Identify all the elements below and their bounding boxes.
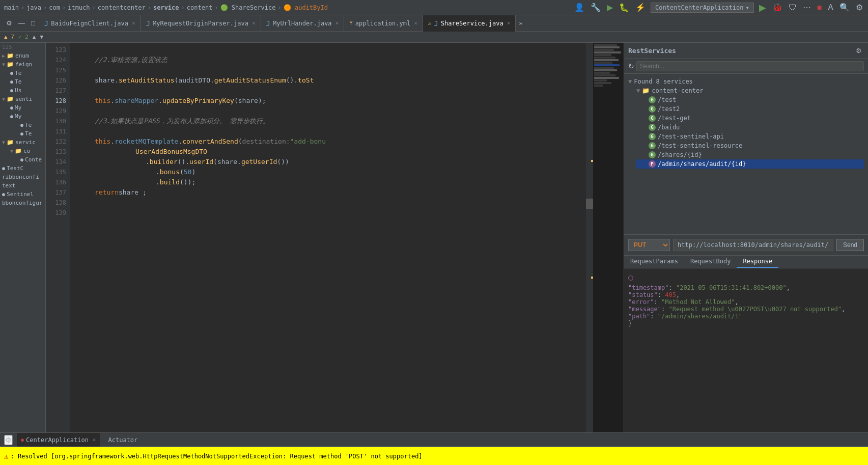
sidebar-item-senti[interactable]: ▼ 📁 senti [0, 95, 45, 103]
sidebar-label: co [23, 148, 30, 154]
sidebar-item-servic[interactable]: ▼ 📁 servic [0, 138, 45, 147]
app-name: ContentCenterApplication [655, 4, 743, 11]
sidebar-item-te4[interactable]: ● Te [0, 129, 45, 138]
nav-down[interactable]: ▼ [40, 34, 43, 40]
sidebar-item-conte[interactable]: ● Conte [0, 155, 45, 164]
tab-myurlhander[interactable]: J MyUrlHander.java × [261, 15, 345, 32]
tab-response[interactable]: Response [737, 256, 778, 268]
sidebar-item-my2[interactable]: ● My [0, 112, 45, 121]
collapse-arrow: ▼ [10, 148, 13, 154]
person-icon[interactable]: 👤 [573, 2, 585, 13]
settings-top-icon[interactable]: ⚙ [855, 2, 864, 13]
run-tab-actuator[interactable]: Actuator [104, 433, 142, 447]
rest-item-baidu[interactable]: G /baidu [636, 123, 864, 132]
sidebar-item-sentinel[interactable]: ● Sentinel [0, 190, 45, 199]
app-dropdown[interactable]: ContentCenterApplication ▾ [651, 3, 754, 13]
close-run-tab[interactable]: × [93, 436, 96, 443]
tab-myrequestoriginparser[interactable]: J MyRequestOriginParser.java × [141, 15, 261, 32]
settings-icon[interactable]: ⚙ [4, 18, 14, 28]
scroll-thumb[interactable] [586, 199, 593, 209]
stop-icon[interactable]: ■ [816, 2, 823, 13]
scroll-warning-marker [591, 160, 593, 162]
run-btn[interactable]: ▶ [758, 1, 767, 14]
close-icon[interactable]: × [335, 20, 339, 26]
sidebar-item-feign[interactable]: ▼ 📁 feign [0, 60, 45, 69]
close-icon[interactable]: × [414, 20, 417, 26]
rest-item-test2[interactable]: G /test2 [636, 104, 864, 114]
run-green-icon[interactable]: ▶ [606, 2, 614, 13]
code-editor[interactable]: //2.审核资源,设置状态 share.setAuditStatus(audit… [70, 43, 586, 432]
content-center-label: content-center [652, 87, 703, 94]
translate-icon[interactable]: A [827, 2, 834, 13]
debug-btn[interactable]: 🐞 [771, 2, 783, 13]
tab-overflow-btn[interactable]: » [516, 15, 525, 32]
wrench-icon[interactable]: 🔧 [590, 2, 602, 13]
put-method-badge: P [649, 160, 656, 168]
java-icon: ● [10, 88, 13, 93]
code-line-137: return share ; [74, 187, 582, 198]
folder-icon: 📁 [7, 52, 14, 59]
sidebar-item-ribbonconfi[interactable]: ribbonconfi [0, 173, 45, 181]
more-icon[interactable]: ⋯ [802, 2, 812, 13]
search-top-icon[interactable]: 🔍 [838, 2, 851, 13]
close-icon[interactable]: × [252, 20, 256, 26]
sidebar-item-us[interactable]: ● Us [0, 86, 45, 95]
content-center-header[interactable]: ▼ 📁 content-center [636, 86, 864, 95]
tab-bar: J BaiduFeignClient.java × J MyRequestOri… [39, 15, 864, 32]
code-line-127 [74, 86, 582, 96]
url-input[interactable] [673, 239, 833, 251]
breadcrumb-shareservice[interactable]: 🟢 ShareService [220, 4, 276, 11]
sidebar-item-text[interactable]: text [0, 181, 45, 190]
breadcrumb-com: com [49, 4, 60, 11]
run-settings-icon[interactable]: ⚙ [4, 435, 13, 445]
sidebar-item-enum[interactable]: ▶ 📁 enum [0, 51, 45, 60]
sidebar-item-my1[interactable]: ● My [0, 103, 45, 112]
collapse-arrow: ▼ [2, 62, 5, 67]
java-icon: J [434, 19, 438, 28]
sidebar-item-te2[interactable]: ● Te [0, 77, 45, 86]
code-line-123 [74, 45, 582, 55]
expand-icon[interactable]: □ [29, 18, 37, 28]
java-icon: ● [2, 192, 5, 197]
rest-item-test-get[interactable]: G /test-get [636, 114, 864, 123]
found-services-header[interactable]: ▼ Found 8 services [628, 77, 864, 86]
sidebar-item-bbonconfigur[interactable]: bbonconfigur [0, 199, 45, 207]
breadcrumb-auditbyid[interactable]: 🟠 auditById [284, 4, 328, 11]
run-tab-centerapplication[interactable]: ● CenterApplication × [17, 433, 100, 447]
sidebar-item-testc[interactable]: ● TestC [0, 164, 45, 173]
sidebar-label: enum [15, 52, 29, 59]
rest-item-test-sentinel-api[interactable]: G /test-sentinel-api [636, 132, 864, 141]
debug-icon[interactable]: 🐛 [618, 2, 630, 13]
sidebar-item-co[interactable]: ▼ 📁 co [0, 147, 45, 155]
sidebar-item-te1[interactable]: ● Te [0, 69, 45, 77]
tab-requestbody[interactable]: RequestBody [684, 256, 737, 268]
refresh-icon[interactable]: ↻ [628, 62, 634, 70]
rest-item-admin-audit[interactable]: P /admin/shares/audit/{id} [636, 159, 864, 169]
coverage-icon[interactable]: 🛡 [788, 2, 798, 13]
tab-requestparams[interactable]: RequestParams [624, 256, 684, 268]
code-line-136: .build()); [74, 177, 582, 187]
rest-settings-icon[interactable]: ⚙ [854, 46, 864, 56]
sidebar-item-125: 125 [0, 43, 45, 51]
rest-item-test[interactable]: G /test [636, 95, 864, 104]
tab-baidufeignclient[interactable]: J BaiduFeignClient.java × [39, 15, 141, 32]
code-line-138 [74, 198, 582, 208]
breadcrumb-itmuch: itmuch [68, 4, 90, 11]
http-method-select[interactable]: PUT GET POST DELETE [628, 239, 670, 251]
send-button[interactable]: Send [836, 239, 864, 251]
scrollbar-area[interactable] [586, 43, 593, 432]
rest-item-test-sentinel-resource[interactable]: G /test-sentinel-resource [636, 141, 864, 150]
profile-icon[interactable]: ⚡ [634, 2, 647, 13]
minimize-icon[interactable]: — [16, 18, 27, 28]
editor-toolbar: ⚙ — □ J BaiduFeignClient.java × J MyRequ… [0, 15, 868, 32]
project-sidebar: 125 ▶ 📁 enum ▼ 📁 feign ● Te ● Te ● Us ▼ … [0, 43, 46, 432]
rest-item-shares-id[interactable]: G /shares/{id} [636, 150, 864, 159]
nav-up[interactable]: ▲ [33, 34, 36, 40]
close-icon[interactable]: × [132, 20, 135, 26]
tab-shareservice[interactable]: ⚠ J ShareService.java × [423, 15, 516, 32]
sidebar-label: bbonconfigur [2, 200, 42, 206]
rest-search-input[interactable] [636, 61, 864, 71]
close-icon[interactable]: × [507, 20, 511, 26]
sidebar-item-te3[interactable]: ● Te [0, 121, 45, 129]
tab-application-yml[interactable]: Y application.yml × [344, 15, 423, 32]
